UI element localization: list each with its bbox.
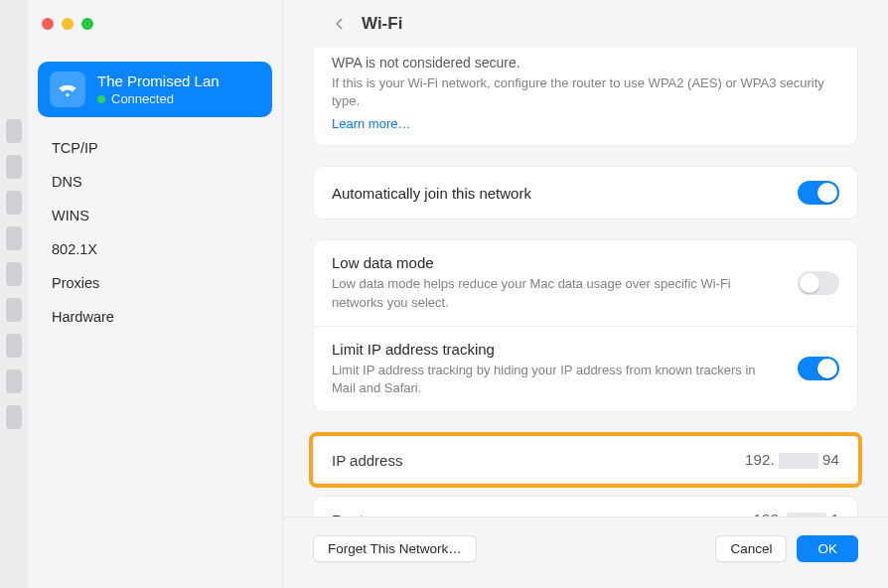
data-section: Low data mode Low data mode helps reduce… <box>313 239 858 412</box>
status-dot-icon <box>97 95 105 103</box>
network-name: The Promised Lan <box>97 73 220 89</box>
zoom-window-icon[interactable] <box>81 18 93 30</box>
ok-button[interactable]: OK <box>797 535 858 562</box>
minimize-window-icon[interactable] <box>62 18 74 30</box>
page-title: Wi-Fi <box>362 14 402 34</box>
auto-join-toggle[interactable] <box>798 181 839 205</box>
security-section: WPA is not considered secure. If this is… <box>313 48 858 146</box>
security-warning: WPA is not considered secure. <box>332 55 839 71</box>
limit-ip-detail: Limit IP address tracking by hiding your… <box>332 362 782 397</box>
sidebar-item-dns[interactable]: DNS <box>42 165 268 199</box>
low-data-toggle[interactable] <box>798 271 839 295</box>
low-data-detail: Low data mode helps reduce your Mac data… <box>332 275 782 311</box>
ip-address-label: IP address <box>332 452 402 469</box>
sidebar-item-wins[interactable]: WINS <box>42 199 268 232</box>
learn-more-link[interactable]: Learn more… <box>332 116 839 131</box>
network-status: Connected <box>111 91 174 106</box>
forget-network-button[interactable]: Forget This Network… <box>313 535 477 562</box>
footer: Forget This Network… Cancel OK <box>283 516 888 588</box>
window-controls[interactable] <box>42 18 93 30</box>
limit-ip-toggle[interactable] <box>798 357 839 380</box>
router-section: Router 192.1 <box>313 496 858 518</box>
wifi-icon <box>50 72 85 107</box>
low-data-label: Low data mode <box>332 254 782 271</box>
sidebar-item-8021x[interactable]: 802.1X <box>42 232 268 266</box>
ip-highlight-box: IP address 192.94 <box>309 432 862 488</box>
sidebar-item-tcpip[interactable]: TCP/IP <box>42 131 268 165</box>
back-button[interactable] <box>328 12 352 36</box>
sidebar-item-proxies[interactable]: Proxies <box>42 266 268 300</box>
current-network-card[interactable]: The Promised Lan Connected <box>38 62 272 117</box>
main-content: WPA is not considered secure. If this is… <box>283 48 888 588</box>
auto-join-label: Automatically join this network <box>332 185 531 202</box>
background-app-strip <box>0 0 28 588</box>
cancel-button[interactable]: Cancel <box>715 535 787 562</box>
sidebar-item-hardware[interactable]: Hardware <box>42 300 268 334</box>
auto-join-section: Automatically join this network <box>313 166 858 220</box>
limit-ip-label: Limit IP address tracking <box>332 341 782 358</box>
sidebar-list: TCP/IP DNS WINS 802.1X Proxies Hardware <box>38 127 272 338</box>
redacted-icon <box>779 453 818 469</box>
titlebar: Wi-Fi <box>0 0 888 48</box>
security-detail: If this is your Wi-Fi network, configure… <box>332 74 839 110</box>
ip-address-value: 192.94 <box>745 451 839 469</box>
close-window-icon[interactable] <box>42 18 54 30</box>
sidebar: The Promised Lan Connected TCP/IP DNS WI… <box>28 48 282 588</box>
chevron-left-icon <box>333 17 347 31</box>
